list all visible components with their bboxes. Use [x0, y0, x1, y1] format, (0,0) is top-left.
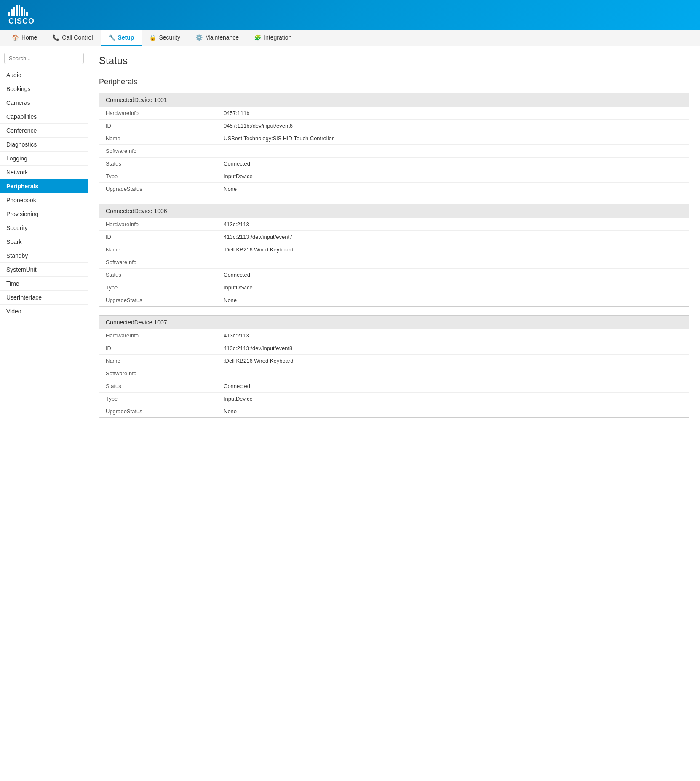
- row-label: SoftwareInfo: [106, 259, 224, 265]
- device-header-device-1001: ConnectedDevice 1001: [99, 93, 689, 107]
- row-value: 413c:2113: [224, 221, 683, 227]
- sidebar-item-userinterface[interactable]: UserInterface: [0, 291, 88, 305]
- row-value: USBest Technology:SiS HID Touch Controll…: [224, 135, 683, 142]
- device-block-device-1006: ConnectedDevice 1006HardwareInfo413c:211…: [99, 204, 689, 307]
- row-value: :Dell KB216 Wired Keyboard: [224, 246, 683, 253]
- row-label: UpgradeStatus: [106, 186, 224, 192]
- row-value: 413c:2113:/dev/input/event7: [224, 234, 683, 240]
- row-value: 0457:111b: [224, 110, 683, 116]
- row-value: 413c:2113:/dev/input/event8: [224, 345, 683, 351]
- nav-maintenance-label: Maintenance: [205, 34, 239, 41]
- device-rows-device-1007: HardwareInfo413c:2113ID413c:2113:/dev/in…: [99, 329, 689, 417]
- sidebar-item-bookings[interactable]: Bookings: [0, 82, 88, 96]
- nav-setup-label: Setup: [118, 34, 134, 41]
- row-label: Type: [106, 284, 224, 291]
- row-label: UpgradeStatus: [106, 297, 224, 303]
- device-header-device-1007: ConnectedDevice 1007: [99, 316, 689, 329]
- section-title: Peripherals: [99, 78, 689, 86]
- nav-home[interactable]: 🏠 Home: [4, 30, 45, 46]
- device-row: StatusConnected: [99, 269, 689, 281]
- svg-rect-2: [13, 7, 15, 16]
- device-row: StatusConnected: [99, 380, 689, 393]
- cisco-logo-bars: [8, 4, 28, 16]
- row-value: None: [224, 408, 683, 415]
- device-row: StatusConnected: [99, 158, 689, 170]
- device-row: Name:Dell KB216 Wired Keyboard: [99, 243, 689, 256]
- row-value: 413c:2113: [224, 332, 683, 339]
- device-row: HardwareInfo413c:2113: [99, 218, 689, 231]
- device-row: HardwareInfo0457:111b: [99, 107, 689, 120]
- device-row: TypeInputDevice: [99, 393, 689, 405]
- row-value: 0457:111b:/dev/input/event6: [224, 123, 683, 129]
- row-value: Connected: [224, 272, 683, 278]
- svg-rect-5: [21, 7, 23, 16]
- sidebar-item-provisioning[interactable]: Provisioning: [0, 207, 88, 221]
- top-nav: 🏠 Home 📞 Call Control 🔧 Setup 🔒 Security…: [0, 30, 700, 46]
- device-row: SoftwareInfo: [99, 367, 689, 380]
- nav-maintenance[interactable]: ⚙️ Maintenance: [188, 30, 246, 46]
- row-value: None: [224, 297, 683, 303]
- sidebar: AudioBookingsCamerasCapabilitiesConferen…: [0, 46, 88, 781]
- cisco-logo: CISCO: [8, 4, 35, 26]
- device-row: ID0457:111b:/dev/input/event6: [99, 120, 689, 132]
- puzzle-icon: 🧩: [254, 34, 261, 41]
- sidebar-item-logging[interactable]: Logging: [0, 152, 88, 166]
- nav-home-label: Home: [21, 34, 37, 41]
- device-row: ID413c:2113:/dev/input/event7: [99, 231, 689, 243]
- device-rows-device-1001: HardwareInfo0457:111bID0457:111b:/dev/in…: [99, 107, 689, 195]
- device-block-device-1001: ConnectedDevice 1001HardwareInfo0457:111…: [99, 93, 689, 195]
- sidebar-item-time[interactable]: Time: [0, 277, 88, 291]
- device-rows-device-1006: HardwareInfo413c:2113ID413c:2113:/dev/in…: [99, 218, 689, 306]
- sidebar-item-standby[interactable]: Standby: [0, 249, 88, 263]
- main-content: Status Peripherals ConnectedDevice 1001H…: [88, 46, 700, 781]
- row-label: UpgradeStatus: [106, 408, 224, 415]
- sidebar-item-spark[interactable]: Spark: [0, 235, 88, 249]
- svg-rect-7: [26, 12, 28, 16]
- main-layout: AudioBookingsCamerasCapabilitiesConferen…: [0, 46, 700, 781]
- device-row: HardwareInfo413c:2113: [99, 329, 689, 342]
- device-row: NameUSBest Technology:SiS HID Touch Cont…: [99, 132, 689, 145]
- row-value: [224, 259, 683, 265]
- nav-integration-label: Integration: [264, 34, 291, 41]
- search-wrapper: [0, 51, 88, 68]
- sidebar-item-network[interactable]: Network: [0, 166, 88, 179]
- sidebar-item-systemunit[interactable]: SystemUnit: [0, 263, 88, 277]
- device-row: UpgradeStatusNone: [99, 294, 689, 306]
- sidebar-item-audio[interactable]: Audio: [0, 68, 88, 82]
- row-label: ID: [106, 123, 224, 129]
- home-icon: 🏠: [12, 34, 19, 41]
- nav-call-control[interactable]: 📞 Call Control: [45, 30, 100, 46]
- row-value: InputDevice: [224, 173, 683, 179]
- sidebar-item-conference[interactable]: Conference: [0, 124, 88, 138]
- row-value: InputDevice: [224, 396, 683, 402]
- row-label: Type: [106, 396, 224, 402]
- devices-container: ConnectedDevice 1001HardwareInfo0457:111…: [99, 93, 689, 418]
- sidebar-item-video[interactable]: Video: [0, 305, 88, 318]
- sidebar-item-phonebook[interactable]: Phonebook: [0, 193, 88, 207]
- lock-icon: 🔒: [149, 34, 156, 41]
- cisco-logo-text: CISCO: [8, 17, 35, 26]
- device-row: SoftwareInfo: [99, 145, 689, 158]
- svg-rect-6: [24, 9, 25, 16]
- sidebar-item-security[interactable]: Security: [0, 221, 88, 235]
- sidebar-item-cameras[interactable]: Cameras: [0, 96, 88, 110]
- svg-rect-1: [11, 9, 13, 16]
- sidebar-item-diagnostics[interactable]: Diagnostics: [0, 138, 88, 152]
- row-label: HardwareInfo: [106, 110, 224, 116]
- sidebar-item-peripherals[interactable]: Peripherals: [0, 179, 88, 193]
- device-block-device-1007: ConnectedDevice 1007HardwareInfo413c:211…: [99, 315, 689, 418]
- device-row: TypeInputDevice: [99, 281, 689, 294]
- row-value: [224, 370, 683, 377]
- row-label: Name: [106, 246, 224, 253]
- sidebar-item-capabilities[interactable]: Capabilities: [0, 110, 88, 124]
- nav-security[interactable]: 🔒 Security: [142, 30, 188, 46]
- search-input[interactable]: [4, 53, 84, 64]
- row-label: HardwareInfo: [106, 332, 224, 339]
- row-label: Type: [106, 173, 224, 179]
- row-value: Connected: [224, 383, 683, 389]
- row-label: HardwareInfo: [106, 221, 224, 227]
- nav-integration[interactable]: 🧩 Integration: [246, 30, 299, 46]
- svg-rect-4: [19, 5, 20, 16]
- nav-security-label: Security: [159, 34, 180, 41]
- nav-setup[interactable]: 🔧 Setup: [101, 30, 142, 46]
